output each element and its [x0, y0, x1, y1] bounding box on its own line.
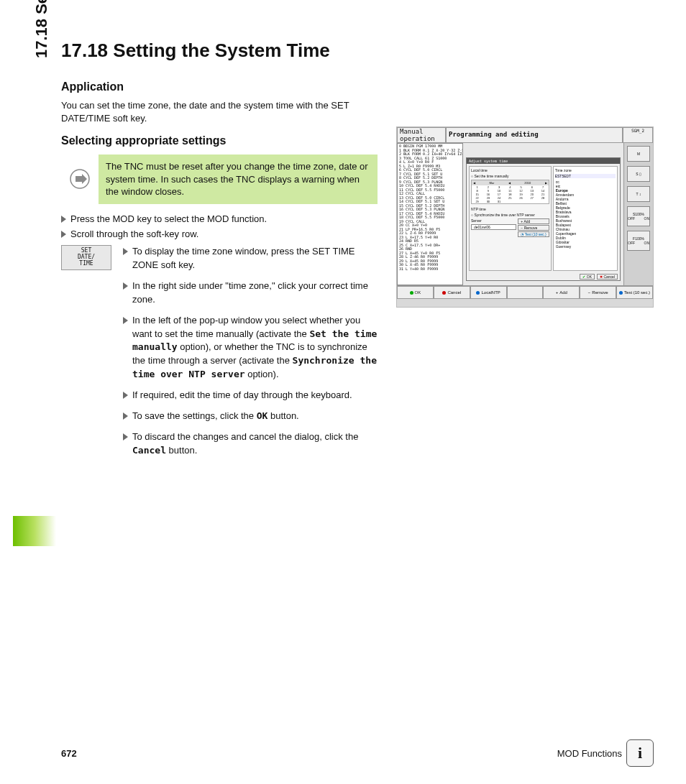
triangle-icon — [123, 433, 128, 441]
adjust-system-time-dialog: Adjust system time Local time ○ Set the … — [466, 157, 621, 281]
remove-button[interactable]: − Remove — [518, 225, 549, 231]
info-icon: i — [626, 739, 654, 767]
step-set-manual: In the left of the pop-up window you sel… — [123, 314, 378, 382]
triangle-icon — [123, 282, 128, 290]
bottom-toolbar: OK Cancel LocalNTP + Add − Remove Test (… — [397, 285, 653, 299]
strip-s[interactable]: S ▯ — [627, 166, 650, 182]
strip-t[interactable]: T ↕ — [627, 186, 650, 202]
page-title: 17.18 Setting the System Time — [61, 40, 654, 62]
triangle-icon — [61, 231, 66, 238]
calendar[interactable]: ◀Mar◀2010▶ 1234567 891011121314 15161718… — [471, 180, 549, 204]
local-time-label: Local time — [471, 168, 549, 172]
f-override[interactable]: F100% OFFON — [627, 231, 650, 251]
ntp-time-label: NTP time — [471, 207, 549, 211]
tb-test[interactable]: Test (10 sec.) — [616, 286, 653, 299]
dialog-cancel-button[interactable]: ✖ Cancel — [597, 274, 618, 280]
vertical-section-title: 17.18 Setting the System Time — [32, 40, 51, 298]
note-text: The TNC must be reset after you change t… — [99, 155, 378, 204]
server-label: Server — [471, 218, 516, 223]
page-footer: 672 MOD Functions i — [61, 739, 654, 767]
strip-m[interactable]: M — [627, 146, 650, 162]
triangle-icon — [123, 317, 128, 324]
softkey-set-date-time: SET DATE/ TIME — [61, 245, 111, 269]
s-override[interactable]: S100% OFFON — [627, 206, 650, 226]
page-number: 672 — [61, 748, 77, 759]
add-button[interactable]: + Add — [518, 218, 549, 224]
note-box: The TNC must be reset after you change t… — [61, 155, 378, 204]
step-display-tz: To display the time zone window, press t… — [123, 245, 378, 272]
tb-add[interactable]: + Add — [543, 286, 580, 299]
right-override-strip: M S ▯ T ↕ S100% OFFON F100% OFFON — [623, 143, 653, 285]
side-gradient — [13, 516, 56, 546]
tb-cancel[interactable]: Cancel — [434, 286, 470, 299]
triangle-icon — [123, 392, 128, 399]
tb-localntp[interactable]: LocalNTP — [470, 286, 507, 299]
paragraph-application: You can set the time zone, the date and … — [61, 99, 378, 124]
screen-title: Programming and editing — [446, 127, 623, 143]
step-save: To save the settings, click the OK butto… — [123, 410, 378, 423]
step-click-tz: In the right side under "time zone," cli… — [123, 280, 378, 307]
server-value[interactable]: de01sw06 — [471, 224, 516, 230]
dialog-title: Adjust system time — [467, 158, 620, 164]
timezone-list[interactable]: Time zone EST5EDT ccetcEuropeAmsterdamAn… — [553, 166, 618, 271]
footer-section: MOD Functions — [557, 748, 622, 759]
test-button[interactable]: ◔ Test (10 sec.) — [518, 231, 549, 237]
tb-ok[interactable]: OK — [397, 286, 434, 299]
heading-application: Application — [61, 80, 654, 93]
tb-blank — [507, 286, 544, 299]
sgm-badge: SGM_2 — [623, 127, 653, 143]
svg-marker-1 — [76, 174, 87, 184]
mode-label: Manual operation — [397, 127, 446, 143]
triangle-icon — [123, 248, 128, 255]
nc-program-listing: 0 BEGIN PGM 17000 MM1 BLK FORM 0.1 Z X-2… — [397, 143, 463, 285]
sync-ntp-option[interactable]: ○ Synchronize the time over NTP server — [471, 213, 549, 217]
dialog-ok-button[interactable]: ✔ OK — [580, 274, 595, 280]
bullet-scroll: Scroll through the soft-key row. — [61, 228, 378, 241]
triangle-icon — [61, 216, 66, 223]
arrow-right-icon — [61, 155, 99, 204]
bullet-mod-key: Press the MOD key to select the MOD func… — [61, 213, 378, 226]
step-cancel: To discard the changes and cancel the di… — [123, 430, 378, 458]
tb-remove[interactable]: − Remove — [580, 286, 616, 299]
tnc-screenshot: Manual operation Programming and editing… — [396, 126, 654, 308]
set-manually-option[interactable]: ○ Set the time manually — [471, 174, 549, 178]
step-edit-time: If required, edit the time of day throug… — [123, 389, 378, 402]
triangle-icon — [123, 412, 128, 420]
